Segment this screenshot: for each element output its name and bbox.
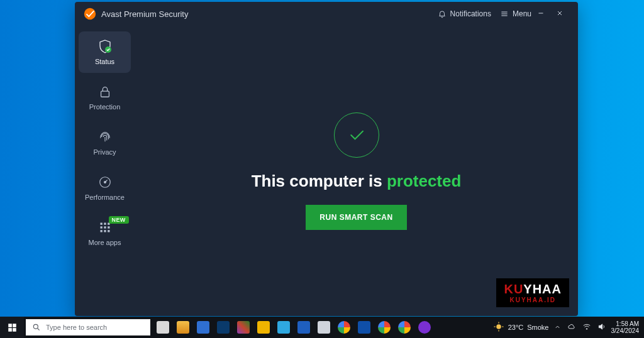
taskbar-app-12[interactable] [375, 317, 393, 338]
sidebar-item-label: More apps [89, 239, 121, 246]
taskbar-clock[interactable]: 1:58 AM 3/24/2024 [611, 320, 640, 334]
taskbar-search[interactable]: Type here to search [26, 319, 150, 335]
tray-cloud-icon[interactable] [567, 322, 576, 332]
sidebar-item-status[interactable]: Status [79, 31, 131, 73]
tray-volume-icon[interactable] [597, 322, 606, 332]
svg-rect-15 [104, 226, 106, 228]
taskbar-app-5[interactable] [235, 317, 252, 338]
svg-rect-12 [104, 223, 106, 225]
notifications-label: Notifications [450, 9, 491, 18]
taskbar-app-14[interactable] [416, 317, 433, 338]
tray-wifi-icon[interactable] [582, 322, 591, 332]
sidebar: Status Protection Privacy Performance [75, 26, 135, 316]
menu-label: Menu [513, 9, 531, 18]
system-tray[interactable] [554, 322, 606, 332]
svg-rect-16 [108, 226, 109, 228]
svg-rect-20 [8, 324, 12, 327]
menu-button[interactable]: Menu [500, 9, 531, 18]
svg-rect-14 [100, 226, 102, 228]
taskbar-app-4[interactable] [214, 317, 232, 338]
svg-point-0 [84, 8, 96, 19]
taskbar-app-11[interactable] [355, 317, 373, 338]
clock-date: 3/24/2024 [611, 327, 640, 334]
svg-rect-8 [101, 91, 109, 97]
sidebar-item-label: Protection [89, 103, 121, 111]
tray-chevron-up-icon[interactable] [554, 324, 561, 332]
sidebar-item-performance[interactable]: Performance [79, 167, 131, 209]
taskbar-apps [154, 317, 433, 338]
svg-rect-22 [8, 328, 12, 332]
svg-rect-23 [13, 328, 16, 332]
taskbar-app-2[interactable] [174, 317, 192, 338]
notifications-button[interactable]: Notifications [438, 9, 491, 18]
svg-rect-21 [13, 324, 16, 327]
status-check-circle [334, 112, 379, 158]
status-heading-prefix: This computer is [252, 172, 387, 190]
weather-temp: 23°C [508, 324, 524, 331]
taskbar-app-7[interactable] [275, 317, 292, 338]
watermark: KUYHAA KUYHAA.ID [496, 278, 569, 307]
avast-logo-icon [84, 8, 96, 20]
watermark-subtitle: KUYHAA.ID [504, 297, 562, 303]
svg-point-10 [104, 182, 106, 183]
svg-point-31 [586, 329, 587, 330]
taskbar-app-10[interactable] [335, 317, 353, 338]
svg-rect-11 [100, 223, 102, 225]
apps-grid-icon: NEW [97, 220, 113, 235]
weather-desc: Smoke [527, 324, 548, 331]
hamburger-icon [500, 9, 509, 18]
lock-icon [97, 84, 113, 99]
status-heading: This computer is protected [252, 172, 462, 191]
taskbar-app-13[interactable] [396, 317, 413, 338]
taskbar-app-3[interactable] [194, 317, 212, 338]
main-content: This computer is protected RUN SMART SCA… [135, 26, 578, 316]
svg-point-24 [33, 324, 38, 329]
clock-time: 1:58 AM [616, 320, 639, 327]
fingerprint-icon [97, 129, 113, 144]
sidebar-item-label: Status [95, 58, 114, 65]
app-title: Avast Premium Security [101, 9, 188, 19]
status-heading-accent: protected [387, 172, 461, 190]
titlebar: Avast Premium Security Notifications Men… [75, 2, 578, 26]
taskbar-app-9[interactable] [315, 317, 333, 338]
sidebar-item-protection[interactable]: Protection [79, 77, 131, 118]
windows-taskbar: Type here to search 23°C Smoke [0, 317, 644, 338]
svg-rect-19 [108, 230, 109, 232]
sidebar-item-label: Performance [85, 194, 125, 201]
search-placeholder: Type here to search [46, 324, 107, 331]
taskbar-app-1[interactable] [154, 317, 172, 338]
sidebar-item-more-apps[interactable]: NEW More apps [79, 212, 131, 254]
run-smart-scan-button[interactable]: RUN SMART SCAN [306, 205, 406, 230]
shield-check-icon [97, 39, 113, 54]
svg-rect-17 [100, 230, 102, 232]
start-button[interactable] [0, 317, 24, 338]
taskbar-app-6[interactable] [255, 317, 272, 338]
close-button[interactable] [550, 9, 569, 19]
weather-widget[interactable]: 23°C Smoke [493, 321, 549, 334]
new-badge: NEW [109, 216, 129, 224]
avast-app-window: Avast Premium Security Notifications Men… [75, 2, 578, 316]
search-icon [32, 323, 41, 332]
sidebar-item-label: Privacy [93, 148, 116, 156]
taskbar-app-8[interactable] [295, 317, 313, 338]
watermark-title: KUYHAA [504, 282, 562, 297]
svg-rect-18 [104, 230, 106, 232]
svg-line-25 [38, 329, 40, 330]
svg-point-26 [496, 324, 501, 329]
gauge-icon [97, 175, 113, 190]
sidebar-item-privacy[interactable]: Privacy [79, 122, 131, 163]
app-body: Status Protection Privacy Performance [75, 26, 578, 316]
weather-icon [493, 321, 504, 334]
bell-icon [438, 9, 447, 18]
minimize-button[interactable] [531, 9, 550, 19]
taskbar-right: 23°C Smoke 1:58 AM 3/24/2024 [488, 317, 644, 338]
